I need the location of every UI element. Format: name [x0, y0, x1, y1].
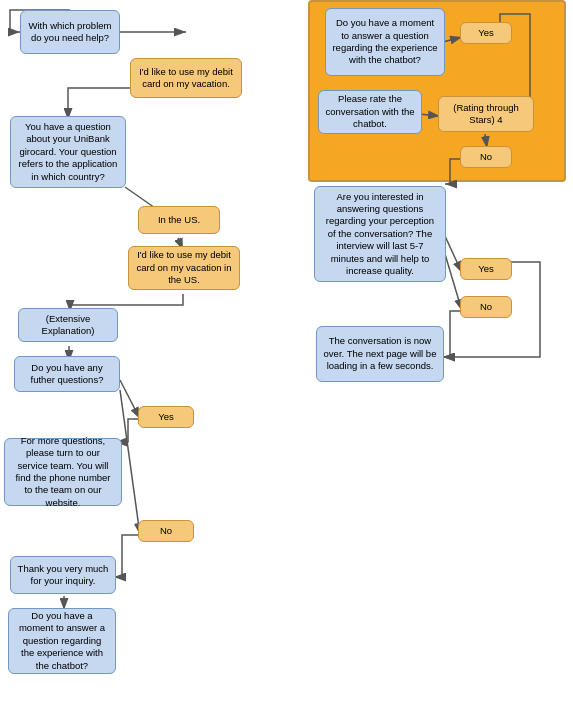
node-conversation-over: The conversation is now over. The next p… [316, 326, 444, 382]
svg-line-6 [120, 390, 140, 535]
node-debit-us: I'd like to use my debit card on my vaca… [128, 246, 240, 290]
node-chatbot-question-bottom: Do you have a moment to answer a questio… [8, 608, 116, 674]
node-chatbot-question-top: Do you have a moment to answer a questio… [325, 8, 445, 76]
node-yes-1: Yes [138, 406, 194, 428]
node-yes-chatbot: Yes [460, 22, 512, 44]
node-thank-you: Thank you very much for your inquiry. [10, 556, 116, 594]
node-no-interview: No [460, 296, 512, 318]
node-problem-help: With which problem do you need help? [20, 10, 120, 54]
node-futher-questions: Do you have any futher questions? [14, 356, 120, 392]
node-interview-question: Are you interested in answering question… [314, 186, 446, 282]
node-service-team: For more questions, please turn to our s… [4, 438, 122, 506]
node-extensive-explanation: (Extensive Explanation) [18, 308, 118, 342]
node-girocard-question: You have a question about your UniBank g… [10, 116, 126, 188]
node-no-chatbot: No [460, 146, 512, 168]
svg-line-5 [120, 380, 140, 419]
node-yes-interview: Yes [460, 258, 512, 280]
node-debit-vacation: I'd like to use my debit card on my vaca… [130, 58, 242, 98]
flowchart-diagram: With which problem do you need help? I'd… [0, 0, 573, 720]
node-in-us: In the US. [138, 206, 220, 234]
node-rate-conversation: Please rate the conversation with the ch… [318, 90, 422, 134]
node-rating-stars: (Rating through Stars) 4 [438, 96, 534, 132]
node-no-1: No [138, 520, 194, 542]
